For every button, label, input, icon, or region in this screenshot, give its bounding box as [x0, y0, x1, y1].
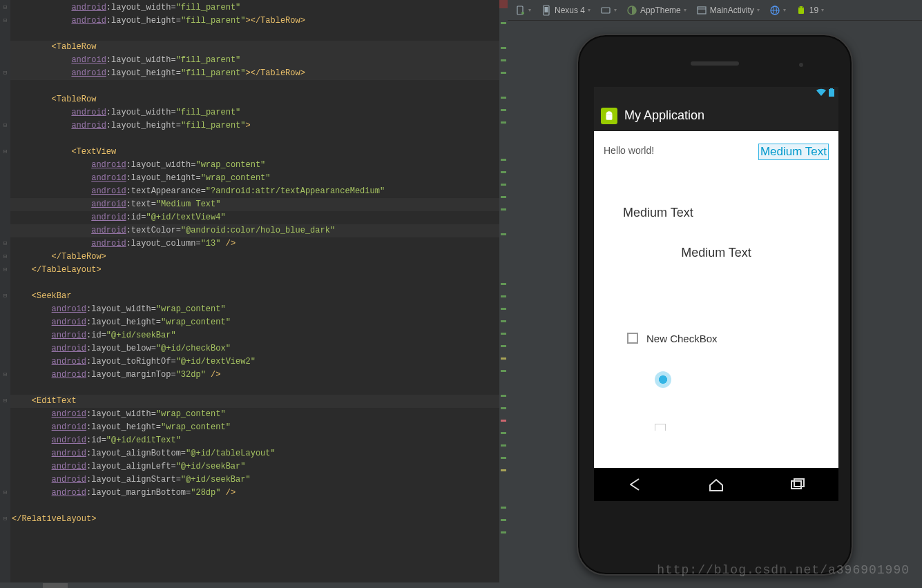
toolbar-locale-dropdown[interactable]: ▾ [769, 5, 786, 16]
marker-mk-g[interactable] [501, 109, 506, 111]
fold-icon[interactable]: ⊟ [2, 516, 8, 522]
code-line[interactable]: android:layout_width="wrap_content" [10, 159, 499, 172]
marker-mk-g[interactable] [501, 444, 506, 447]
checkbox-widget[interactable]: New CheckBox [627, 333, 718, 344]
code-line[interactable]: <TableRow [10, 41, 499, 54]
code-editor[interactable]: ⊟⊟⊟⊟⊟⊟⊟⊟⊟⊟⊟⊟⊟ android:layout_width="fill… [0, 0, 508, 588]
code-line[interactable] [10, 277, 499, 290]
marker-mk-y[interactable] [501, 357, 506, 360]
code-line[interactable] [10, 80, 499, 93]
code-line[interactable]: android:layout_width="wrap_content" [10, 408, 499, 421]
marker-mk-g[interactable] [501, 308, 506, 310]
marker-mk-g[interactable] [501, 22, 506, 24]
code-line[interactable]: </TableRow> [10, 251, 499, 264]
code-line[interactable] [10, 382, 499, 395]
marker-mk-g[interactable] [501, 370, 506, 372]
marker-mk-g[interactable] [501, 72, 506, 74]
code-line[interactable]: android:text="Medium Text" [10, 198, 499, 211]
marker-mk-g[interactable] [501, 97, 506, 99]
marker-mk-g[interactable] [501, 47, 506, 49]
nav-back-icon[interactable] [625, 475, 644, 494]
fold-icon[interactable]: ⊟ [2, 70, 8, 77]
marker-mk-g[interactable] [501, 507, 506, 509]
marker-mk-g[interactable] [501, 531, 506, 533]
code-line[interactable]: android:layout_height="fill_parent"> [10, 119, 499, 133]
code-line[interactable]: android:id="@+id/editText" [10, 434, 499, 447]
gutter[interactable]: ⊟⊟⊟⊟⊟⊟⊟⊟⊟⊟⊟⊟⊟ [0, 0, 10, 588]
toolbar-orientation-dropdown[interactable]: ▾ [600, 5, 617, 16]
toolbar-device-dropdown[interactable]: Nexus 4 ▾ [541, 5, 590, 16]
marker-mk-y[interactable] [501, 469, 506, 471]
medium-text-selected[interactable]: Medium Text [758, 144, 829, 160]
marker-mk-g[interactable] [501, 196, 506, 198]
code-line[interactable]: android:layout_height="fill_parent"></Ta… [10, 14, 499, 28]
horizontal-scrollbar-thumb[interactable] [43, 583, 68, 588]
error-indicator-icon[interactable] [499, 0, 508, 8]
marker-mk-g[interactable] [501, 407, 506, 409]
code-line[interactable]: android:layout_alignBottom="@+id/tableLa… [10, 447, 499, 460]
code-line[interactable] [10, 28, 499, 41]
hello-text[interactable]: Hello world! [604, 145, 654, 156]
marker-mk-g[interactable] [501, 208, 506, 210]
code-line[interactable]: android:layout_below="@+id/checkBox" [10, 342, 499, 355]
toolbar-activity-dropdown[interactable]: MainActivity ▾ [696, 5, 760, 16]
marker-strip[interactable] [499, 0, 508, 588]
fold-icon[interactable]: ⊟ [2, 490, 8, 496]
toolbar-config-dropdown[interactable]: ▾ [515, 5, 531, 16]
marker-mk-g[interactable] [501, 345, 506, 347]
medium-text-3[interactable]: Medium Text [594, 246, 838, 260]
edittext-widget[interactable] [655, 424, 666, 431]
marker-mk-g[interactable] [501, 283, 506, 285]
marker-mk-g[interactable] [501, 184, 506, 186]
code-line[interactable]: android:layout_marginBottom="28dp" /> [10, 487, 499, 500]
fold-icon[interactable]: ⊟ [2, 293, 8, 300]
code-line[interactable]: android:layout_height="wrap_content" [10, 421, 499, 434]
fold-icon[interactable]: ⊟ [2, 267, 8, 273]
code-line[interactable]: android:layout_height="fill_parent"></Ta… [10, 67, 499, 80]
seekbar-thumb[interactable] [655, 371, 671, 388]
code-line[interactable]: android:textAppearance="?android:attr/te… [10, 185, 499, 198]
fold-icon[interactable]: ⊟ [2, 254, 8, 260]
code-line[interactable]: android:layout_toRightOf="@+id/textView2… [10, 355, 499, 369]
code-line[interactable]: android:layout_alignStart="@+id/seekBar" [10, 473, 499, 487]
fold-icon[interactable]: ⊟ [2, 372, 8, 378]
code-line[interactable]: android:layout_marginTop="32dp" /> [10, 369, 499, 382]
fold-icon[interactable]: ⊟ [2, 241, 8, 247]
medium-text-2[interactable]: Medium Text [623, 206, 693, 220]
marker-mk-g[interactable] [501, 320, 506, 322]
code-line[interactable]: android:layout_width="fill_parent" [10, 1, 499, 14]
code-line[interactable]: android:layout_column="13" /> [10, 237, 499, 251]
toolbar-theme-dropdown[interactable]: AppTheme ▾ [626, 5, 686, 16]
code-line[interactable]: android:layout_height="wrap_content" [10, 172, 499, 185]
marker-mk-g[interactable] [501, 519, 506, 521]
layout-canvas[interactable]: Hello world! Medium Text Medium Text Med… [594, 131, 838, 468]
fold-icon[interactable]: ⊟ [2, 18, 8, 24]
checkbox-box-icon[interactable] [627, 333, 638, 344]
marker-mk-g[interactable] [501, 59, 506, 61]
nav-recent-icon[interactable] [788, 475, 807, 494]
marker-mk-g[interactable] [501, 333, 506, 335]
toolbar-api-dropdown[interactable]: 19 ▾ [796, 5, 824, 16]
marker-mk-g[interactable] [501, 457, 506, 459]
code-line[interactable]: android:layout_width="fill_parent" [10, 106, 499, 119]
code-line[interactable]: android:textColor="@android:color/holo_b… [10, 224, 499, 237]
code-line[interactable]: android:id="@+id/seekBar" [10, 329, 499, 342]
marker-mk-g[interactable] [501, 395, 506, 397]
code-line[interactable] [10, 133, 499, 146]
marker-mk-g[interactable] [501, 295, 506, 297]
code-line[interactable]: android:layout_alignLeft="@+id/seekBar" [10, 460, 499, 473]
code-line[interactable]: android:layout_width="wrap_content" [10, 303, 499, 316]
code-line[interactable]: android:layout_width="fill_parent" [10, 54, 499, 67]
nav-home-icon[interactable] [707, 475, 726, 494]
marker-mk-g[interactable] [501, 432, 506, 434]
fold-icon[interactable]: ⊟ [2, 123, 8, 129]
code-line[interactable]: android:id="@+id/textView4" [10, 211, 499, 224]
code-line[interactable]: <TextView [10, 146, 499, 159]
code-line[interactable]: </TableLayout> [10, 264, 499, 277]
marker-mk-r[interactable] [501, 420, 506, 422]
code-line[interactable]: <EditText [10, 395, 499, 408]
marker-mk-g[interactable] [501, 171, 506, 173]
marker-mk-g[interactable] [501, 233, 506, 235]
code-line[interactable]: <SeekBar [10, 290, 499, 303]
fold-icon[interactable]: ⊟ [2, 5, 8, 11]
